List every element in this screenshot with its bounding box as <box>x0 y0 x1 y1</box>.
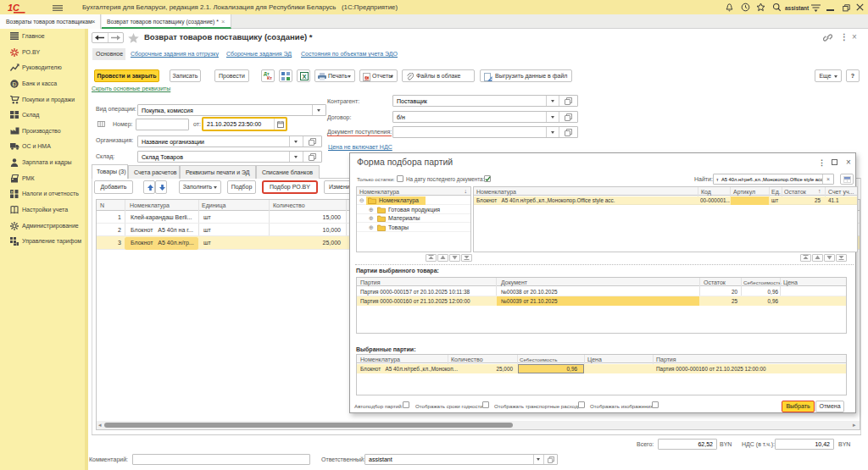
svg-text:1C: 1C <box>364 76 370 80</box>
svg-text:1С: 1С <box>8 3 20 13</box>
svg-text:Ð: Ð <box>12 80 16 86</box>
svg-text:X: X <box>302 73 306 80</box>
